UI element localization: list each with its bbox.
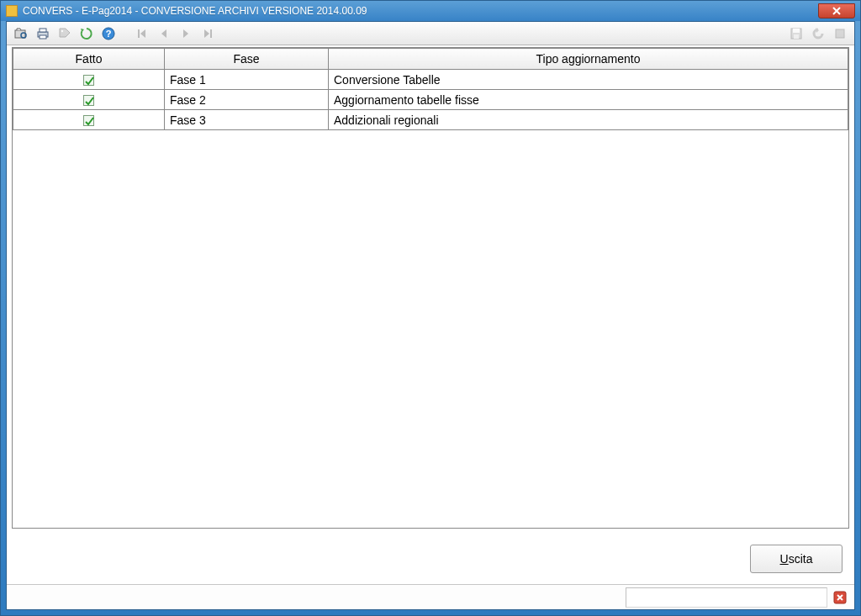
nav-first-icon — [135, 27, 149, 40]
table-header-row: Fatto Fase Tipo aggiornamento — [13, 49, 848, 70]
refresh-icon — [79, 26, 94, 41]
statusbar — [7, 584, 854, 609]
cell-fase[interactable]: Fase 2 — [165, 90, 329, 110]
stop-button — [830, 24, 850, 44]
column-header-fatto[interactable]: Fatto — [13, 49, 165, 70]
app-icon — [6, 5, 18, 17]
nav-next-icon — [179, 27, 193, 40]
save-button — [786, 24, 806, 44]
cell-fase[interactable]: Fase 3 — [165, 110, 329, 130]
svg-rect-4 — [40, 35, 46, 39]
svg-rect-9 — [210, 29, 212, 38]
tag-icon — [57, 26, 72, 41]
cell-tipo[interactable]: Conversione Tabelle — [329, 70, 848, 90]
save-icon — [789, 26, 804, 41]
cell-fase[interactable]: Fase 1 — [165, 70, 329, 90]
nav-first-button — [132, 24, 152, 44]
nav-next-button — [176, 24, 196, 44]
tag-button — [55, 24, 75, 44]
nav-prev-button — [154, 24, 174, 44]
close-icon — [833, 591, 847, 604]
svg-rect-12 — [794, 34, 799, 39]
refresh-button[interactable] — [77, 24, 97, 44]
cell-tipo[interactable]: Addizionali regionali — [329, 110, 848, 130]
svg-text:?: ? — [106, 29, 112, 39]
checkbox-checked-icon[interactable] — [83, 95, 94, 106]
print-button[interactable] — [33, 24, 53, 44]
folder-open-icon — [13, 26, 29, 41]
column-header-fase[interactable]: Fase — [165, 49, 329, 70]
stop-icon — [832, 26, 848, 41]
help-icon: ? — [101, 26, 116, 41]
status-panel — [626, 587, 827, 608]
table-row[interactable]: Fase 3Addizionali regionali — [13, 110, 848, 130]
column-header-tipo[interactable]: Tipo aggiornamento — [329, 49, 848, 70]
exit-button[interactable]: Uscita — [750, 545, 843, 573]
cell-fatto[interactable] — [13, 90, 165, 110]
cell-tipo[interactable]: Aggiornamento tabelle fisse — [329, 90, 848, 110]
titlebar: CONVERS - E-Pag2014 - CONVERSIONE ARCHIV… — [1, 1, 860, 21]
svg-rect-11 — [793, 29, 800, 33]
printer-icon — [35, 26, 50, 41]
open-button[interactable] — [11, 24, 31, 44]
exit-button-rest: scita — [789, 552, 813, 566]
nav-prev-icon — [157, 27, 171, 40]
checkbox-checked-icon[interactable] — [83, 75, 94, 86]
svg-point-5 — [61, 29, 63, 31]
table-row[interactable]: Fase 2Aggiornamento tabelle fisse — [13, 90, 848, 110]
table-row[interactable]: Fase 1Conversione Tabelle — [13, 70, 848, 90]
nav-last-icon — [201, 27, 214, 40]
nav-last-button — [198, 24, 218, 44]
status-close-button[interactable] — [832, 590, 848, 605]
window-close-button[interactable] — [818, 3, 855, 18]
window-title: CONVERS - E-Pag2014 - CONVERSIONE ARCHIV… — [23, 5, 818, 17]
client-area: ? — [6, 21, 855, 610]
app-window: CONVERS - E-Pag2014 - CONVERSIONE ARCHIV… — [0, 0, 861, 616]
cell-fatto[interactable] — [13, 110, 165, 130]
data-grid[interactable]: Fatto Fase Tipo aggiornamento Fase 1Conv… — [12, 47, 849, 529]
footer: Uscita — [7, 534, 854, 584]
svg-rect-8 — [138, 29, 140, 38]
help-button[interactable]: ? — [98, 24, 119, 44]
svg-rect-13 — [836, 29, 844, 38]
svg-rect-0 — [15, 30, 25, 38]
toolbar: ? — [7, 22, 854, 45]
cell-fatto[interactable] — [13, 70, 165, 90]
checkbox-checked-icon[interactable] — [83, 115, 94, 126]
undo-button — [808, 24, 828, 44]
svg-rect-3 — [40, 29, 46, 32]
exit-button-hotkey: U — [780, 552, 789, 566]
undo-icon — [811, 26, 826, 41]
